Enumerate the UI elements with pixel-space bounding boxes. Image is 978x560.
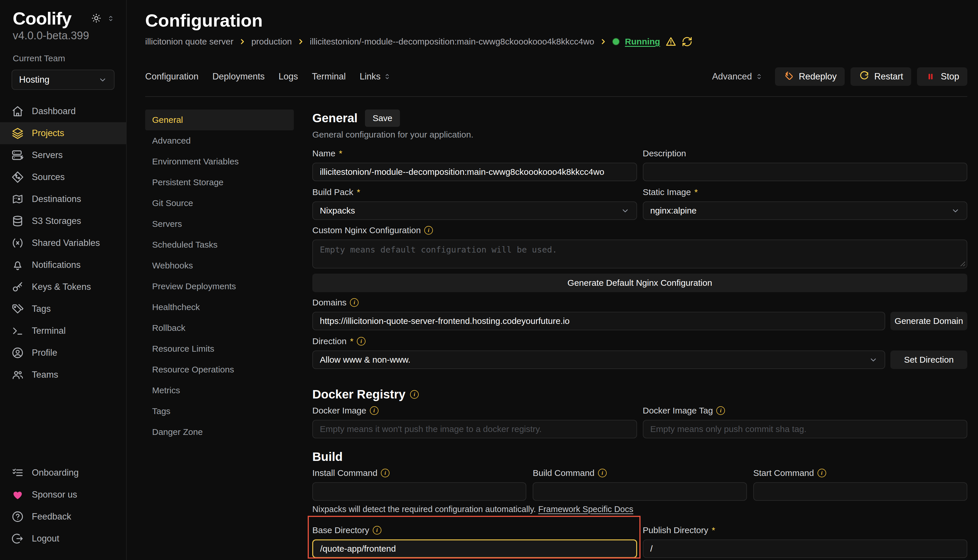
sidebar-item-projects[interactable]: Projects (0, 122, 126, 144)
warning-triangle-icon[interactable] (665, 36, 676, 47)
sidebar-item-dashboard[interactable]: Dashboard (0, 100, 126, 122)
subnav-rollback[interactable]: Rollback (145, 318, 294, 338)
custom-nginx-textarea[interactable] (312, 240, 967, 268)
subnav-danger-zone[interactable]: Danger Zone (145, 422, 294, 442)
description-input[interactable] (643, 163, 968, 181)
terminal-icon (12, 325, 24, 337)
subnav-advanced[interactable]: Advanced (145, 130, 294, 151)
stop-button[interactable]: Stop (917, 67, 967, 86)
docker-image-tag-input[interactable] (643, 420, 968, 438)
field-build-pack: Build Pack* Nixpacks (312, 187, 637, 220)
direction-select[interactable]: Allow www & non-www. (312, 350, 885, 369)
field-start-command: Start Commandi (753, 468, 967, 501)
domains-input[interactable] (312, 312, 885, 330)
brand-logo: Coolify (13, 9, 72, 28)
chevron-right-icon (297, 38, 304, 45)
tab-configuration[interactable]: Configuration (145, 72, 198, 82)
theme-toggle-sun-icon[interactable] (91, 13, 101, 25)
field-static-image: Static Image* nginx:alpine (643, 187, 968, 220)
sidebar-item-s3-storages[interactable]: S3 Storages (0, 210, 126, 232)
server-icon (12, 149, 24, 161)
set-direction-button[interactable]: Set Direction (890, 350, 967, 369)
chevron-down-icon (98, 75, 107, 84)
static-image-select[interactable]: nginx:alpine (643, 202, 968, 220)
refresh-icon[interactable] (682, 36, 692, 47)
sidebar-item-tags[interactable]: Tags (0, 298, 126, 320)
docker-image-input[interactable] (312, 420, 637, 438)
sidebar-item-onboarding[interactable]: Onboarding (0, 462, 126, 484)
field-custom-nginx: Custom Nginx Configurationi (312, 225, 967, 268)
publish-directory-input[interactable] (643, 540, 968, 558)
home-icon (12, 105, 24, 117)
resource-actions: Advanced Redeploy Restart Stop (712, 67, 967, 86)
chevrons-up-down-icon (383, 73, 391, 80)
users-icon (12, 369, 24, 381)
subnav-scheduled-tasks[interactable]: Scheduled Tasks (145, 234, 294, 255)
status-dot (612, 38, 620, 45)
subnav-metrics[interactable]: Metrics (145, 380, 294, 401)
sidebar-item-notifications[interactable]: Notifications (0, 254, 126, 276)
restart-button[interactable]: Restart (851, 67, 911, 86)
subnav-environment-variables[interactable]: Environment Variables (145, 151, 294, 172)
sidebar-item-feedback[interactable]: Feedback (0, 506, 126, 528)
subnav-general[interactable]: General (145, 110, 294, 130)
subnav-webhooks[interactable]: Webhooks (145, 255, 294, 276)
layers-icon (12, 127, 24, 139)
sidebar-footer-menu: Onboarding Sponsor us Feedback Logout (0, 462, 126, 550)
help-circle-icon (12, 511, 24, 523)
map-icon (12, 193, 24, 205)
generate-nginx-button[interactable]: Generate Default Nginx Configuration (312, 273, 967, 292)
start-command-input[interactable] (753, 482, 967, 501)
sidebar-item-destinations[interactable]: Destinations (0, 188, 126, 210)
sidebar-item-logout[interactable]: Logout (0, 528, 126, 550)
breadcrumb-project[interactable]: illicitonion quote server (145, 37, 233, 47)
field-direction: Direction*i Allow www & non-www. Set Dir… (312, 336, 967, 369)
tab-logs[interactable]: Logs (279, 72, 298, 82)
redeploy-button[interactable]: Redeploy (775, 67, 845, 86)
git-source-icon (12, 171, 24, 183)
tabbar-divider (145, 96, 967, 97)
sidebar-item-servers[interactable]: Servers (0, 144, 126, 166)
database-icon (12, 215, 24, 227)
subnav-tags[interactable]: Tags (145, 401, 294, 422)
tabbar: Configuration Deployments Logs Terminal … (145, 67, 967, 86)
subnav-servers[interactable]: Servers (145, 213, 294, 234)
logout-icon (12, 533, 24, 545)
build-command-input[interactable] (533, 482, 747, 501)
breadcrumb-resource[interactable]: illicitestonion/-module--decomposition:m… (310, 37, 594, 47)
settings-subnav: General Advanced Environment Variables P… (145, 110, 294, 442)
chevron-right-icon (600, 38, 607, 45)
sidebar-item-shared-variables[interactable]: Shared Variables (0, 232, 126, 254)
install-command-input[interactable] (312, 482, 526, 501)
tab-deployments[interactable]: Deployments (212, 72, 264, 82)
save-button[interactable]: Save (365, 110, 400, 127)
field-publish-directory: Publish Directory* (643, 525, 968, 558)
sidebar-item-terminal[interactable]: Terminal (0, 320, 126, 342)
breadcrumb-environment[interactable]: production (251, 37, 292, 47)
sidebar-menu: Dashboard Projects Servers Sources Desti… (0, 100, 126, 386)
base-directory-input[interactable] (312, 540, 637, 558)
framework-docs-link[interactable]: Framework Specific Docs (538, 505, 633, 514)
name-input[interactable] (312, 163, 637, 181)
team-select[interactable]: Hosting (12, 70, 115, 90)
build-pack-select[interactable]: Nixpacks (312, 202, 637, 220)
sidebar-collapse-chevrons-icon[interactable] (107, 15, 115, 24)
tab-terminal[interactable]: Terminal (312, 72, 346, 82)
subnav-resource-operations[interactable]: Resource Operations (145, 359, 294, 380)
sidebar-item-keys-tokens[interactable]: Keys & Tokens (0, 276, 126, 298)
tab-links[interactable]: Links (360, 72, 391, 82)
advanced-dropdown[interactable]: Advanced (712, 72, 763, 82)
subnav-persistent-storage[interactable]: Persistent Storage (145, 172, 294, 193)
subnav-healthcheck[interactable]: Healthcheck (145, 297, 294, 318)
generate-domain-button[interactable]: Generate Domain (890, 312, 967, 330)
status-running-link[interactable]: Running (625, 37, 660, 47)
subnav-git-source[interactable]: Git Source (145, 193, 294, 213)
subnav-resource-limits[interactable]: Resource Limits (145, 338, 294, 359)
tabs: Configuration Deployments Logs Terminal … (145, 72, 391, 82)
sidebar-item-teams[interactable]: Teams (0, 364, 126, 386)
sidebar-item-profile[interactable]: Profile (0, 342, 126, 364)
subnav-preview-deployments[interactable]: Preview Deployments (145, 276, 294, 297)
sidebar-item-sponsor[interactable]: Sponsor us (0, 484, 126, 506)
stop-pause-icon (925, 71, 936, 82)
sidebar-item-sources[interactable]: Sources (0, 166, 126, 188)
